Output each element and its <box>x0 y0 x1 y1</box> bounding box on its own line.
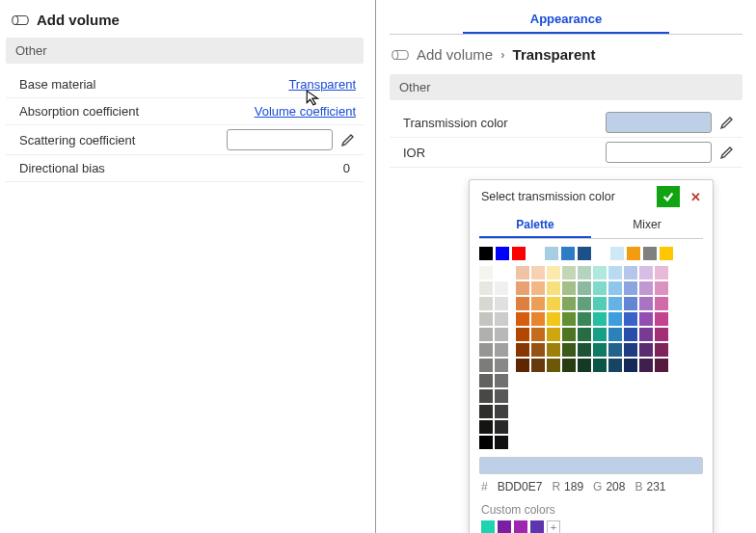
palette-swatch[interactable] <box>655 281 668 295</box>
palette-swatch[interactable] <box>495 297 508 310</box>
palette-swatch[interactable] <box>547 312 560 326</box>
palette-swatch[interactable] <box>531 281 545 295</box>
palette-swatch[interactable] <box>624 312 637 326</box>
palette-swatch[interactable] <box>547 328 560 341</box>
palette-swatch[interactable] <box>562 297 576 310</box>
palette-swatch[interactable] <box>479 359 493 372</box>
palette-swatch[interactable] <box>495 374 508 387</box>
palette-swatch[interactable] <box>562 266 576 280</box>
palette-swatch[interactable] <box>547 359 560 372</box>
palette-swatch[interactable] <box>578 297 591 310</box>
close-button[interactable]: ✕ <box>686 190 705 204</box>
palette-swatch[interactable] <box>608 297 622 310</box>
confirm-button[interactable] <box>657 186 680 207</box>
palette-swatch[interactable] <box>479 436 493 449</box>
palette-swatch[interactable] <box>624 328 637 341</box>
palette-swatch[interactable] <box>562 281 576 295</box>
custom-swatch[interactable] <box>514 520 527 533</box>
palette-swatch[interactable] <box>495 328 508 341</box>
palette-swatch[interactable] <box>479 247 493 260</box>
palette-swatch[interactable] <box>531 266 545 280</box>
palette-swatch[interactable] <box>512 247 526 260</box>
palette-swatch[interactable] <box>593 359 607 372</box>
palette-swatch[interactable] <box>643 247 657 260</box>
palette-swatch[interactable] <box>639 328 653 341</box>
palette-swatch[interactable] <box>531 328 545 341</box>
palette-swatch[interactable] <box>531 312 545 326</box>
palette-swatch[interactable] <box>495 405 508 418</box>
link-absorption[interactable]: Volume coefficient <box>255 104 356 119</box>
palette-swatch[interactable] <box>547 281 560 295</box>
palette-swatch[interactable] <box>479 266 493 280</box>
palette-swatch[interactable] <box>639 297 653 310</box>
palette-swatch[interactable] <box>639 312 653 326</box>
input-ior[interactable] <box>606 142 712 163</box>
breadcrumb-parent[interactable]: Add volume <box>417 46 493 63</box>
palette-swatch[interactable] <box>593 343 607 357</box>
palette-swatch[interactable] <box>479 405 493 418</box>
palette-swatch[interactable] <box>624 343 637 357</box>
palette-swatch[interactable] <box>578 266 591 280</box>
palette-swatch[interactable] <box>593 266 607 280</box>
palette-swatch[interactable] <box>495 312 508 326</box>
palette-swatch[interactable] <box>562 343 576 357</box>
hex-value[interactable]: BDD0E7 <box>498 480 543 493</box>
palette-swatch[interactable] <box>624 297 637 310</box>
palette-swatch[interactable] <box>639 266 653 280</box>
palette-swatch[interactable] <box>495 281 508 295</box>
palette-swatch[interactable] <box>608 312 622 326</box>
palette-swatch[interactable] <box>547 266 560 280</box>
palette-swatch[interactable] <box>516 266 529 280</box>
custom-swatch[interactable] <box>498 520 511 533</box>
palette-swatch[interactable] <box>479 420 493 434</box>
palette-swatch[interactable] <box>608 359 622 372</box>
palette-swatch[interactable] <box>593 297 607 310</box>
palette-swatch[interactable] <box>655 297 668 310</box>
add-custom-color-button[interactable]: + <box>547 520 560 533</box>
palette-swatch[interactable] <box>479 281 493 295</box>
palette-swatch[interactable] <box>624 281 637 295</box>
palette-swatch[interactable] <box>479 312 493 326</box>
palette-swatch[interactable] <box>479 389 493 403</box>
swatch-transmission-color[interactable] <box>606 112 712 133</box>
r-value[interactable]: 189 <box>564 480 583 493</box>
palette-swatch[interactable] <box>593 312 607 326</box>
palette-swatch[interactable] <box>516 328 529 341</box>
custom-swatch[interactable] <box>481 520 495 533</box>
palette-swatch[interactable] <box>516 281 529 295</box>
tab-palette[interactable]: Palette <box>479 213 591 238</box>
palette-swatch[interactable] <box>610 247 624 260</box>
palette-swatch[interactable] <box>562 312 576 326</box>
palette-swatch[interactable] <box>561 247 575 260</box>
palette-swatch[interactable] <box>496 247 509 260</box>
g-value[interactable]: 208 <box>606 480 625 493</box>
palette-swatch[interactable] <box>655 343 668 357</box>
palette-swatch[interactable] <box>627 247 640 260</box>
palette-swatch[interactable] <box>578 343 591 357</box>
b-value[interactable]: 231 <box>646 480 665 493</box>
palette-swatch[interactable] <box>479 343 493 357</box>
palette-swatch[interactable] <box>578 312 591 326</box>
palette-swatch[interactable] <box>608 328 622 341</box>
palette-swatch[interactable] <box>655 266 668 280</box>
palette-swatch[interactable] <box>531 297 545 310</box>
palette-swatch[interactable] <box>495 266 508 280</box>
palette-swatch[interactable] <box>479 328 493 341</box>
palette-swatch[interactable] <box>562 359 576 372</box>
palette-swatch[interactable] <box>639 359 653 372</box>
palette-swatch[interactable] <box>624 359 637 372</box>
palette-swatch[interactable] <box>639 281 653 295</box>
custom-swatch[interactable] <box>530 520 544 533</box>
palette-swatch[interactable] <box>479 297 493 310</box>
palette-swatch[interactable] <box>655 312 668 326</box>
palette-swatch[interactable] <box>495 420 508 434</box>
palette-swatch[interactable] <box>593 281 607 295</box>
input-scattering[interactable] <box>227 129 333 150</box>
pencil-icon[interactable] <box>719 115 735 130</box>
palette-swatch[interactable] <box>545 247 558 260</box>
palette-swatch[interactable] <box>516 312 529 326</box>
palette-swatch[interactable] <box>495 389 508 403</box>
palette-swatch[interactable] <box>655 328 668 341</box>
palette-swatch[interactable] <box>593 328 607 341</box>
palette-swatch[interactable] <box>547 343 560 357</box>
